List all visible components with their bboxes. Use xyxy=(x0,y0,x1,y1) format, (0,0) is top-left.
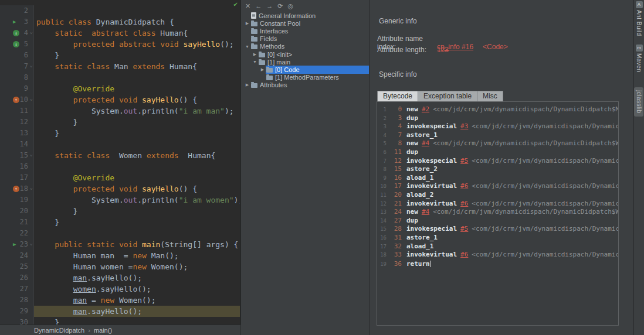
code-line[interactable]: 4↓⌄ static abstract class Human{ xyxy=(0,28,240,39)
editor-gutter[interactable]: 18↑⌄ xyxy=(0,183,34,194)
code-line[interactable]: 25 Human women =new Women(); xyxy=(0,261,240,272)
code-line[interactable]: 22 xyxy=(0,228,240,239)
fold-marker-icon[interactable]: ⌄ xyxy=(30,26,33,37)
editor-gutter[interactable]: 26 xyxy=(0,272,34,283)
editor-gutter[interactable]: 4↓⌄ xyxy=(0,28,34,39)
code-line[interactable]: 19 System.out.println("i am women"); xyxy=(0,194,240,206)
code-line[interactable]: 11 System.out.println("i am man"); xyxy=(0,105,240,117)
tab-bytecode[interactable]: Bytecode xyxy=(377,91,418,102)
tree-expand-icon[interactable]: ▼ xyxy=(244,45,250,49)
editor-gutter[interactable]: 9 xyxy=(0,83,34,94)
editor-gutter[interactable]: 21 xyxy=(0,217,34,228)
code-line[interactable]: 12 } xyxy=(0,117,240,128)
code-line[interactable]: 16 xyxy=(0,161,240,172)
editor-gutter[interactable]: 16 xyxy=(0,161,34,172)
tree-item-fields[interactable]: Fields xyxy=(241,35,369,43)
fold-marker-icon[interactable]: ⌄ xyxy=(30,93,33,104)
editor-gutter[interactable]: 23▶⌄ xyxy=(0,239,34,250)
code-line[interactable]: 7⌄ static class Man extends Human{ xyxy=(0,61,240,72)
implemented-marker-icon[interactable]: ↓ xyxy=(13,41,19,47)
fold-marker-icon[interactable]: ⌄ xyxy=(30,60,33,71)
editor-gutter[interactable]: 10↑⌄ xyxy=(0,94,34,105)
tree-item-constant-pool[interactable]: ▶Constant Pool xyxy=(241,19,369,27)
editor-gutter[interactable]: 6 xyxy=(0,50,34,61)
run-icon[interactable]: ▶ xyxy=(13,16,16,28)
override-marker-icon[interactable]: ↑ xyxy=(13,186,19,192)
tree-expand-icon[interactable]: ▼ xyxy=(252,60,258,64)
editor-gutter[interactable]: 25 xyxy=(0,261,34,272)
code-line[interactable]: 27 women.sayHello(); xyxy=(0,283,240,295)
tree-item-0-init[interactable]: ▶[0] <init> xyxy=(241,50,369,58)
tree-expand-icon[interactable]: ▶ xyxy=(252,52,258,57)
overview-icon[interactable]: ◎ xyxy=(287,3,293,9)
editor-gutter[interactable]: 27 xyxy=(0,283,34,295)
editor-gutter[interactable]: 11 xyxy=(0,105,34,117)
constant-ref-link[interactable]: #6 xyxy=(460,251,468,259)
editor-gutter[interactable]: 13 xyxy=(0,128,34,139)
editor-gutter[interactable]: 7⌄ xyxy=(0,61,34,72)
code-line[interactable]: 24 Human man = new Man(); xyxy=(0,250,240,261)
editor-gutter[interactable]: 5↓ xyxy=(0,39,34,50)
tree-item-0-code[interactable]: ▶[0] Code xyxy=(241,66,369,73)
back-icon[interactable]: ← xyxy=(255,3,262,9)
tab-exception-table[interactable]: Exception table xyxy=(418,91,477,102)
code-line[interactable]: 23▶⌄ public static void main(String[] ar… xyxy=(0,239,240,250)
fold-marker-icon[interactable]: ⌄ xyxy=(30,182,33,193)
code-line[interactable]: 8 xyxy=(0,72,240,83)
tool-window-button-jclasslib[interactable]: jclasslib xyxy=(634,87,643,117)
code-line[interactable]: 30 } xyxy=(0,317,240,324)
code-line[interactable]: 9 @Override xyxy=(0,83,240,94)
editor-gutter[interactable]: 24 xyxy=(0,250,34,261)
close-icon[interactable]: ✕ xyxy=(245,3,250,9)
tool-window-button-maven[interactable]: mMaven xyxy=(634,45,644,73)
fold-marker-icon[interactable]: ⌄ xyxy=(30,238,33,249)
editor-gutter[interactable]: 30 xyxy=(0,317,34,324)
editor-gutter[interactable]: 8 xyxy=(0,72,34,83)
bytecode-view[interactable]: 10new#2<com/jd/crm/jvm/dynamicdispach/Dy… xyxy=(377,101,619,326)
editor-gutter[interactable]: 17 xyxy=(0,172,34,183)
override-marker-icon[interactable]: ↑ xyxy=(13,97,19,103)
tree-item-attributes[interactable]: ▶Attributes xyxy=(241,81,369,89)
breadcrumb-method[interactable]: main() xyxy=(94,327,112,334)
forward-icon[interactable]: → xyxy=(266,3,273,9)
editor-gutter[interactable]: 2 xyxy=(0,5,34,16)
editor-gutter[interactable]: 28 xyxy=(0,295,34,306)
tab-misc[interactable]: Misc xyxy=(477,91,503,102)
constant-ref-link[interactable]: #6 xyxy=(460,200,468,208)
editor-gutter[interactable]: 15⌄ xyxy=(0,150,34,161)
constant-ref-link[interactable]: #2 xyxy=(422,105,429,114)
code-line[interactable]: 13 } xyxy=(0,128,240,139)
code-line[interactable]: 17 @Override xyxy=(0,172,240,183)
tree-item-methods[interactable]: ▼Methods xyxy=(241,43,369,50)
tree-expand-icon[interactable]: ▶ xyxy=(259,67,266,72)
editor-gutter[interactable]: 29 xyxy=(0,306,34,317)
editor-gutter[interactable]: 3▶ xyxy=(0,16,34,28)
constant-ref-link[interactable]: #4 xyxy=(422,139,429,148)
tree-expand-icon[interactable]: ▶ xyxy=(244,21,250,26)
code-line[interactable]: 10↑⌄ protected void sayHello() { xyxy=(0,94,240,105)
tree-item-1-methodparameters[interactable]: [1] MethodParameters xyxy=(241,74,369,81)
code-line[interactable]: 18↑⌄ protected void sayHello() { xyxy=(0,183,240,194)
constant-ref-link[interactable]: #6 xyxy=(460,182,468,191)
implemented-marker-icon[interactable]: ↓ xyxy=(13,30,19,36)
code-line[interactable]: 29 man.sayHello(); xyxy=(0,306,240,317)
constant-ref-link[interactable]: #5 xyxy=(460,225,468,234)
constant-ref-link[interactable]: #5 xyxy=(460,157,468,166)
code-line[interactable]: 14 xyxy=(0,139,240,150)
constant-ref-link[interactable]: #3 xyxy=(460,122,468,131)
code-editor[interactable]: 23▶public class DynamicDidpatch {4↓⌄ sta… xyxy=(0,0,240,324)
code-line[interactable]: 5↓ protected abstract void sayHello(); xyxy=(0,39,240,50)
tool-window-button-ant-build[interactable]: AAnt Build xyxy=(634,1,644,36)
tree-item-1-main[interactable]: ▼[1] main xyxy=(241,58,369,66)
constant-ref-link[interactable]: #4 xyxy=(422,208,429,217)
tree-expand-icon[interactable]: ▶ xyxy=(244,83,250,87)
tree-item-interfaces[interactable]: Interfaces xyxy=(241,27,369,35)
editor-gutter[interactable]: 22 xyxy=(0,228,34,239)
editor-gutter[interactable]: 20 xyxy=(0,206,34,217)
editor-gutter[interactable]: 12 xyxy=(0,117,34,128)
fold-marker-icon[interactable]: ⌄ xyxy=(30,149,33,160)
code-line[interactable]: 28 man = new Women(); xyxy=(0,295,240,306)
code-line[interactable]: 6 } xyxy=(0,50,240,61)
code-line[interactable]: 21 } xyxy=(0,217,240,228)
code-line[interactable]: 20 } xyxy=(0,206,240,217)
